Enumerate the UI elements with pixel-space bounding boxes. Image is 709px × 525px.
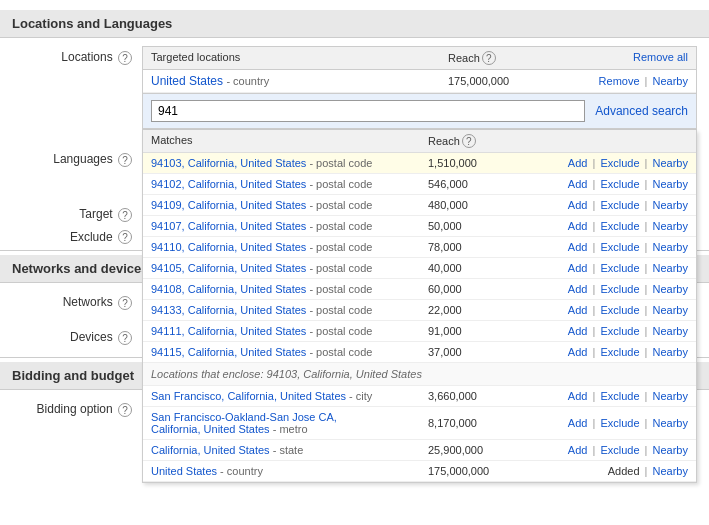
targeted-table-header: Targeted locations Reach ? Remove all: [143, 47, 696, 70]
match-reach-1: 546,000: [428, 178, 528, 190]
exclude-0[interactable]: Exclude: [600, 157, 639, 169]
nearby-3[interactable]: Nearby: [653, 220, 688, 232]
match-link-8[interactable]: 94111, California, United States: [151, 325, 306, 337]
match-reach-0: 1,510,000: [428, 157, 528, 169]
match-location-7: 94133, California, United States - posta…: [151, 304, 428, 316]
enclosing-link-1[interactable]: San Francisco-Oakland-San Jose CA,Califo…: [151, 411, 337, 435]
match-actions-3: Add | Exclude | Nearby: [528, 220, 688, 232]
exclude-7[interactable]: Exclude: [600, 304, 639, 316]
nearby-4[interactable]: Nearby: [653, 241, 688, 253]
match-actions-6: Add | Exclude | Nearby: [528, 283, 688, 295]
add-6[interactable]: Add: [568, 283, 588, 295]
add-5[interactable]: Add: [568, 262, 588, 274]
enclosing-reach-0: 3,660,000: [428, 390, 528, 402]
location-search-input[interactable]: [151, 100, 585, 122]
locations-help-icon[interactable]: ?: [118, 51, 132, 65]
exclude-help-icon[interactable]: ?: [118, 230, 132, 244]
enc-add-1[interactable]: Add: [568, 417, 588, 429]
match-row-3: 94107, California, United States - posta…: [143, 216, 696, 237]
exclude-3[interactable]: Exclude: [600, 220, 639, 232]
col-reach-matches-header: Reach ?: [428, 134, 528, 148]
match-link-4[interactable]: 94110, California, United States: [151, 241, 306, 253]
enc-exclude-2[interactable]: Exclude: [600, 444, 639, 456]
match-link-6[interactable]: 94108, California, United States: [151, 283, 306, 295]
nearby-6[interactable]: Nearby: [653, 283, 688, 295]
reach-help-icon[interactable]: ?: [482, 51, 496, 65]
match-row-0: 94103, California, United States - posta…: [143, 153, 696, 174]
add-4[interactable]: Add: [568, 241, 588, 253]
enc-nearby-0[interactable]: Nearby: [653, 390, 688, 402]
bidding-help-icon[interactable]: ?: [118, 403, 132, 417]
match-reach-2: 480,000: [428, 199, 528, 211]
exclude-2[interactable]: Exclude: [600, 199, 639, 211]
add-1[interactable]: Add: [568, 178, 588, 190]
add-2[interactable]: Add: [568, 199, 588, 211]
exclude-6[interactable]: Exclude: [600, 283, 639, 295]
match-location-4: 94110, California, United States - posta…: [151, 241, 428, 253]
match-link-9[interactable]: 94115, California, United States: [151, 346, 306, 358]
match-link-1[interactable]: 94102, California, United States: [151, 178, 306, 190]
add-9[interactable]: Add: [568, 346, 588, 358]
us-location-link[interactable]: United States: [151, 74, 223, 88]
remove-all-link[interactable]: Remove all: [633, 51, 688, 63]
search-row: Advanced search: [143, 94, 696, 129]
exclude-5[interactable]: Exclude: [600, 262, 639, 274]
match-location-3: 94107, California, United States - posta…: [151, 220, 428, 232]
us-remove-link[interactable]: Remove: [599, 75, 640, 87]
exclude-4[interactable]: Exclude: [600, 241, 639, 253]
matches-dropdown: Matches Reach ? 94103, California, Unite…: [142, 130, 697, 483]
match-row-2: 94109, California, United States - posta…: [143, 195, 696, 216]
targeted-table: Targeted locations Reach ? Remove all Un…: [142, 46, 697, 94]
languages-help-icon[interactable]: ?: [118, 153, 132, 167]
section-locations-languages: Locations and Languages Locations ? Targ…: [0, 10, 709, 246]
target-label: Target ?: [12, 203, 142, 222]
nearby-8[interactable]: Nearby: [653, 325, 688, 337]
enc-add-2[interactable]: Add: [568, 444, 588, 456]
match-reach-7: 22,000: [428, 304, 528, 316]
exclude-1[interactable]: Exclude: [600, 178, 639, 190]
enclosing-link-3[interactable]: United States: [151, 465, 217, 477]
nearby-5[interactable]: Nearby: [653, 262, 688, 274]
match-link-5[interactable]: 94105, California, United States: [151, 262, 306, 274]
enc-nearby-3[interactable]: Nearby: [653, 465, 688, 477]
match-reach-5: 40,000: [428, 262, 528, 274]
match-link-2[interactable]: 94109, California, United States: [151, 199, 306, 211]
enc-nearby-2[interactable]: Nearby: [653, 444, 688, 456]
nearby-9[interactable]: Nearby: [653, 346, 688, 358]
enclosing-row-2: California, United States - state 25,900…: [143, 440, 696, 461]
nearby-2[interactable]: Nearby: [653, 199, 688, 211]
match-actions-1: Add | Exclude | Nearby: [528, 178, 688, 190]
target-help-icon[interactable]: ?: [118, 208, 132, 222]
networks-help-icon[interactable]: ?: [118, 296, 132, 310]
nearby-0[interactable]: Nearby: [653, 157, 688, 169]
search-area: Advanced search: [142, 94, 697, 130]
match-link-3[interactable]: 94107, California, United States: [151, 220, 306, 232]
bidding-label: Bidding option ?: [12, 398, 142, 417]
exclude-8[interactable]: Exclude: [600, 325, 639, 337]
add-0[interactable]: Add: [568, 157, 588, 169]
exclude-9[interactable]: Exclude: [600, 346, 639, 358]
enclosing-actions-1: Add | Exclude | Nearby: [528, 417, 688, 429]
enc-nearby-1[interactable]: Nearby: [653, 417, 688, 429]
col-actions-header: Remove all: [568, 51, 688, 65]
devices-help-icon[interactable]: ?: [118, 331, 132, 345]
match-link-7[interactable]: 94133, California, United States: [151, 304, 306, 316]
match-row-8: 94111, California, United States - posta…: [143, 321, 696, 342]
match-link-0[interactable]: 94103, California, United States: [151, 157, 306, 169]
add-7[interactable]: Add: [568, 304, 588, 316]
us-nearby-link[interactable]: Nearby: [653, 75, 688, 87]
enc-add-0[interactable]: Add: [568, 390, 588, 402]
col-actions-matches-header: [528, 134, 688, 148]
match-actions-9: Add | Exclude | Nearby: [528, 346, 688, 358]
advanced-search-link[interactable]: Advanced search: [595, 104, 688, 118]
match-row-7: 94133, California, United States - posta…: [143, 300, 696, 321]
add-3[interactable]: Add: [568, 220, 588, 232]
enc-exclude-0[interactable]: Exclude: [600, 390, 639, 402]
nearby-1[interactable]: Nearby: [653, 178, 688, 190]
enclosing-link-0[interactable]: San Francisco, California, United States: [151, 390, 346, 402]
enclosing-link-2[interactable]: California, United States: [151, 444, 270, 456]
matches-reach-help-icon[interactable]: ?: [462, 134, 476, 148]
nearby-7[interactable]: Nearby: [653, 304, 688, 316]
enc-exclude-1[interactable]: Exclude: [600, 417, 639, 429]
add-8[interactable]: Add: [568, 325, 588, 337]
